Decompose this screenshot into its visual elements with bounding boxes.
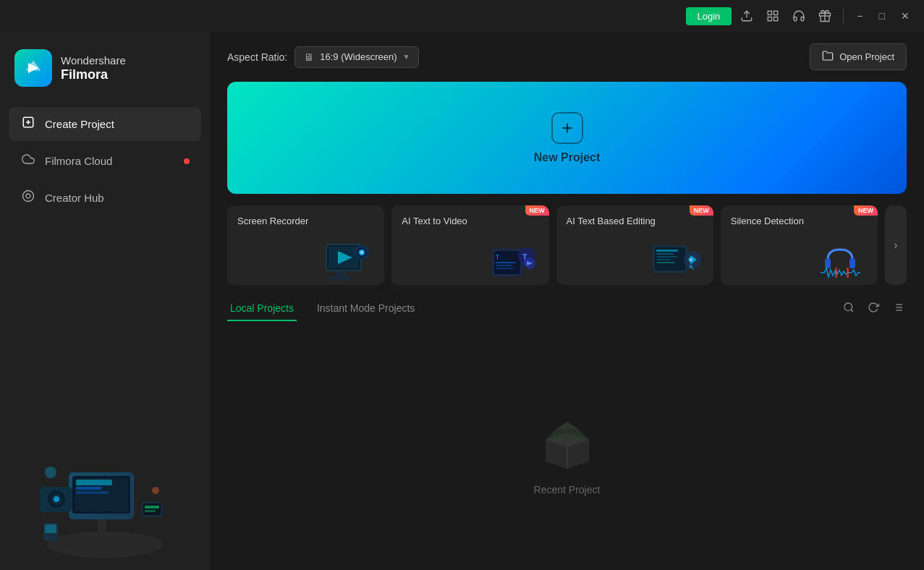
sidebar-item-filmora-cloud[interactable]: Filmora Cloud: [9, 144, 201, 178]
tab-local-projects[interactable]: Local Projects: [227, 297, 297, 321]
svg-rect-56: [656, 250, 678, 252]
svg-line-68: [851, 310, 853, 312]
title-bar-actions: Login: [686, 7, 915, 25]
new-project-banner[interactable]: New Project: [227, 82, 907, 194]
maximize-button[interactable]: □: [873, 7, 891, 25]
sidebar-navigation: Create Project Filmora Cloud: [0, 107, 210, 215]
feature-cards-row: Screen Recorder: [210, 194, 924, 297]
login-button[interactable]: Login: [686, 7, 732, 25]
new-project-icon: [551, 112, 583, 144]
product-name: Filmora: [61, 67, 126, 82]
layout-icon-button[interactable]: [762, 7, 784, 25]
sidebar-item-create-project[interactable]: Create Project: [9, 107, 201, 141]
svg-rect-17: [76, 487, 101, 490]
svg-point-9: [23, 191, 34, 202]
title-separator: [843, 9, 844, 23]
sidebar: Wondershare Filmora Create Project: [0, 32, 210, 570]
empty-state: Recent Project: [227, 333, 907, 570]
new-badge-ai-text-editing: NEW: [690, 205, 713, 216]
svg-rect-20: [88, 532, 116, 537]
ai-text-video-image: T T: [402, 234, 538, 285]
feature-card-screen-recorder[interactable]: Screen Recorder: [227, 205, 384, 285]
logo-text: Wondershare Filmora: [61, 54, 126, 82]
svg-rect-57: [656, 253, 674, 255]
aspect-ratio-dropdown[interactable]: 🖥 16:9 (Widescreen) ▼: [294, 46, 419, 68]
aspect-ratio-selector: Aspect Ratio: 🖥 16:9 (Widescreen) ▼: [227, 46, 419, 68]
svg-rect-18: [76, 491, 109, 494]
tabs-actions: [840, 299, 907, 319]
svg-rect-63: [825, 258, 831, 268]
svg-rect-2: [774, 11, 778, 14]
new-project-label: New Project: [534, 151, 601, 164]
svg-point-10: [26, 194, 30, 198]
dropdown-arrow-icon: ▼: [402, 53, 410, 61]
svg-rect-48: [496, 262, 516, 263]
svg-rect-3: [768, 17, 772, 21]
silence-detection-image: [731, 234, 868, 285]
svg-rect-39: [336, 271, 346, 277]
creator-hub-label: Creator Hub: [45, 192, 104, 204]
svg-rect-64: [849, 258, 855, 268]
notification-dot: [184, 158, 190, 164]
more-cards-button[interactable]: ›: [885, 205, 907, 285]
svg-point-44: [360, 251, 363, 254]
svg-rect-26: [143, 503, 161, 515]
svg-rect-60: [656, 262, 675, 263]
empty-box-icon: [531, 407, 603, 472]
filmora-cloud-label: Filmora Cloud: [45, 155, 112, 167]
upload-icon-button[interactable]: [736, 7, 758, 25]
main-layout: Wondershare Filmora Create Project: [0, 32, 924, 570]
svg-rect-40: [330, 277, 352, 280]
svg-point-24: [54, 496, 59, 502]
feature-card-silence-detection[interactable]: NEW Silence Detection: [721, 205, 878, 285]
tab-instant-mode[interactable]: Instant Mode Projects: [314, 297, 418, 321]
projects-tabs-bar: Local Projects Instant Mode Projects: [227, 297, 907, 321]
svg-rect-27: [145, 506, 159, 509]
search-button[interactable]: [840, 299, 857, 319]
projects-section: Local Projects Instant Mode Projects: [210, 297, 924, 570]
logo-icon: [14, 49, 52, 87]
minimize-button[interactable]: −: [851, 7, 868, 25]
svg-point-30: [152, 487, 159, 494]
svg-rect-49: [496, 265, 512, 266]
tabs-list: Local Projects Instant Mode Projects: [227, 297, 435, 321]
title-bar: Login: [0, 0, 924, 32]
silence-detection-label: Silence Detection: [731, 216, 868, 228]
view-toggle-button[interactable]: [889, 299, 907, 319]
screen-recorder-label: Screen Recorder: [237, 216, 374, 228]
svg-rect-59: [656, 259, 671, 260]
feature-card-ai-text-editing[interactable]: NEW AI Text Based Editing: [556, 205, 713, 285]
svg-rect-50: [496, 268, 514, 269]
aspect-ratio-value: 16:9 (Widescreen): [320, 51, 397, 62]
screen-recorder-image: [237, 234, 374, 285]
svg-rect-1: [768, 11, 772, 14]
filmora-cloud-icon: [20, 153, 36, 169]
svg-text:T: T: [496, 255, 499, 261]
sidebar-item-creator-hub[interactable]: Creator Hub: [9, 181, 201, 215]
gift-icon-button[interactable]: [814, 7, 836, 25]
svg-point-29: [45, 467, 56, 478]
empty-state-label: Recent Project: [534, 484, 601, 495]
refresh-button[interactable]: [865, 299, 882, 319]
aspect-ratio-label: Aspect Ratio:: [227, 51, 287, 63]
creator-hub-icon: [20, 190, 36, 206]
new-badge-ai-text-video: NEW: [525, 205, 549, 216]
headset-icon-button[interactable]: [788, 7, 810, 25]
feature-card-ai-text-video[interactable]: NEW AI Text to Video T T: [391, 205, 548, 285]
open-project-button[interactable]: Open Project: [810, 43, 907, 70]
svg-rect-16: [76, 480, 112, 485]
create-project-label: Create Project: [45, 118, 114, 130]
top-bar: Aspect Ratio: 🖥 16:9 (Widescreen) ▼ Open…: [210, 32, 924, 82]
brand-name: Wondershare: [61, 54, 126, 67]
open-project-label: Open Project: [839, 51, 894, 62]
new-badge-silence-detection: NEW: [854, 205, 878, 216]
svg-rect-32: [45, 524, 56, 533]
folder-icon: [822, 50, 834, 64]
monitor-icon: 🖥: [304, 51, 314, 63]
app-logo: Wondershare Filmora: [0, 32, 210, 107]
close-button[interactable]: ✕: [895, 7, 915, 25]
content-area: Aspect Ratio: 🖥 16:9 (Widescreen) ▼ Open…: [210, 32, 924, 570]
svg-rect-65: [835, 268, 837, 278]
chevron-right-icon: ›: [894, 239, 897, 252]
svg-rect-62: [690, 258, 692, 261]
